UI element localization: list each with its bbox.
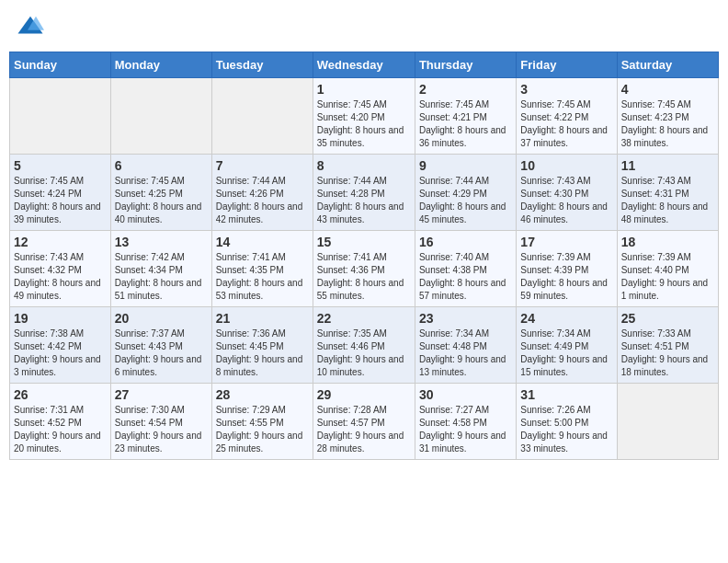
day-number: 2 bbox=[419, 82, 512, 97]
day-info: Sunrise: 7:43 AM Sunset: 4:31 PM Dayligh… bbox=[621, 175, 714, 226]
calendar-week-row: 19Sunrise: 7:38 AM Sunset: 4:42 PM Dayli… bbox=[10, 307, 719, 384]
day-info: Sunrise: 7:43 AM Sunset: 4:30 PM Dayligh… bbox=[520, 175, 612, 226]
calendar-cell: 11Sunrise: 7:43 AM Sunset: 4:31 PM Dayli… bbox=[617, 155, 718, 231]
calendar-cell bbox=[617, 384, 718, 460]
calendar-week-row: 1Sunrise: 7:45 AM Sunset: 4:20 PM Daylig… bbox=[10, 78, 719, 155]
calendar-cell: 19Sunrise: 7:38 AM Sunset: 4:42 PM Dayli… bbox=[10, 307, 111, 384]
calendar-cell: 21Sunrise: 7:36 AM Sunset: 4:45 PM Dayli… bbox=[211, 307, 313, 384]
day-number: 31 bbox=[520, 387, 612, 402]
day-info: Sunrise: 7:37 AM Sunset: 4:43 PM Dayligh… bbox=[115, 327, 208, 379]
calendar-cell: 24Sunrise: 7:34 AM Sunset: 4:49 PM Dayli… bbox=[517, 307, 617, 384]
day-number: 24 bbox=[520, 311, 612, 326]
day-number: 13 bbox=[115, 235, 208, 249]
day-info: Sunrise: 7:39 AM Sunset: 4:39 PM Dayligh… bbox=[520, 251, 612, 303]
day-header-monday: Monday bbox=[110, 52, 211, 78]
day-number: 25 bbox=[621, 311, 714, 326]
day-number: 14 bbox=[216, 235, 309, 249]
day-header-wednesday: Wednesday bbox=[313, 52, 415, 78]
calendar-cell: 14Sunrise: 7:41 AM Sunset: 4:35 PM Dayli… bbox=[211, 231, 313, 307]
calendar-cell: 10Sunrise: 7:43 AM Sunset: 4:30 PM Dayli… bbox=[517, 155, 617, 231]
day-info: Sunrise: 7:34 AM Sunset: 4:48 PM Dayligh… bbox=[419, 327, 512, 379]
day-number: 27 bbox=[115, 387, 208, 402]
day-number: 17 bbox=[520, 235, 612, 249]
day-number: 20 bbox=[115, 311, 208, 326]
day-header-saturday: Saturday bbox=[617, 52, 718, 78]
day-info: Sunrise: 7:44 AM Sunset: 4:26 PM Dayligh… bbox=[216, 175, 309, 226]
calendar-cell: 1Sunrise: 7:45 AM Sunset: 4:20 PM Daylig… bbox=[313, 78, 415, 155]
calendar-cell: 16Sunrise: 7:40 AM Sunset: 4:38 PM Dayli… bbox=[415, 231, 516, 307]
day-header-thursday: Thursday bbox=[415, 52, 516, 78]
day-info: Sunrise: 7:33 AM Sunset: 4:51 PM Dayligh… bbox=[621, 327, 714, 379]
day-info: Sunrise: 7:41 AM Sunset: 4:36 PM Dayligh… bbox=[317, 251, 411, 303]
day-info: Sunrise: 7:35 AM Sunset: 4:46 PM Dayligh… bbox=[317, 327, 411, 379]
calendar-cell: 29Sunrise: 7:28 AM Sunset: 4:57 PM Dayli… bbox=[313, 384, 415, 460]
day-info: Sunrise: 7:44 AM Sunset: 4:28 PM Dayligh… bbox=[317, 175, 411, 226]
calendar-cell: 17Sunrise: 7:39 AM Sunset: 4:39 PM Dayli… bbox=[517, 231, 617, 307]
day-info: Sunrise: 7:38 AM Sunset: 4:42 PM Dayligh… bbox=[14, 327, 107, 379]
day-info: Sunrise: 7:36 AM Sunset: 4:45 PM Dayligh… bbox=[216, 327, 309, 379]
calendar-cell: 25Sunrise: 7:33 AM Sunset: 4:51 PM Dayli… bbox=[617, 307, 718, 384]
day-info: Sunrise: 7:34 AM Sunset: 4:49 PM Dayligh… bbox=[520, 327, 612, 379]
calendar-week-row: 12Sunrise: 7:43 AM Sunset: 4:32 PM Dayli… bbox=[10, 231, 719, 307]
day-header-friday: Friday bbox=[517, 52, 617, 78]
day-number: 5 bbox=[14, 158, 107, 173]
day-number: 6 bbox=[115, 158, 208, 173]
day-info: Sunrise: 7:42 AM Sunset: 4:34 PM Dayligh… bbox=[115, 251, 208, 303]
calendar-cell: 31Sunrise: 7:26 AM Sunset: 5:00 PM Dayli… bbox=[517, 384, 617, 460]
day-info: Sunrise: 7:40 AM Sunset: 4:38 PM Dayligh… bbox=[419, 251, 512, 303]
calendar-cell bbox=[110, 78, 211, 155]
day-header-tuesday: Tuesday bbox=[211, 52, 313, 78]
calendar-cell bbox=[211, 78, 313, 155]
day-info: Sunrise: 7:45 AM Sunset: 4:24 PM Dayligh… bbox=[14, 175, 107, 226]
day-info: Sunrise: 7:31 AM Sunset: 4:52 PM Dayligh… bbox=[14, 404, 107, 455]
day-number: 21 bbox=[216, 311, 309, 326]
day-number: 8 bbox=[317, 158, 411, 173]
calendar-cell: 23Sunrise: 7:34 AM Sunset: 4:48 PM Dayli… bbox=[415, 307, 516, 384]
day-info: Sunrise: 7:45 AM Sunset: 4:21 PM Dayligh… bbox=[419, 98, 512, 150]
calendar: SundayMondayTuesdayWednesdayThursdayFrid… bbox=[9, 52, 719, 460]
day-info: Sunrise: 7:45 AM Sunset: 4:22 PM Dayligh… bbox=[520, 98, 612, 150]
day-number: 18 bbox=[621, 235, 714, 249]
day-number: 26 bbox=[14, 387, 107, 402]
day-number: 30 bbox=[419, 387, 512, 402]
day-info: Sunrise: 7:45 AM Sunset: 4:25 PM Dayligh… bbox=[115, 175, 208, 226]
day-number: 10 bbox=[520, 158, 612, 173]
day-info: Sunrise: 7:45 AM Sunset: 4:20 PM Dayligh… bbox=[317, 98, 411, 150]
calendar-cell: 26Sunrise: 7:31 AM Sunset: 4:52 PM Dayli… bbox=[10, 384, 111, 460]
day-info: Sunrise: 7:30 AM Sunset: 4:54 PM Dayligh… bbox=[115, 404, 208, 455]
calendar-cell: 20Sunrise: 7:37 AM Sunset: 4:43 PM Dayli… bbox=[110, 307, 211, 384]
calendar-cell: 18Sunrise: 7:39 AM Sunset: 4:40 PM Dayli… bbox=[617, 231, 718, 307]
day-info: Sunrise: 7:39 AM Sunset: 4:40 PM Dayligh… bbox=[621, 251, 714, 303]
logo-icon bbox=[17, 13, 44, 40]
calendar-week-row: 26Sunrise: 7:31 AM Sunset: 4:52 PM Dayli… bbox=[10, 384, 719, 460]
day-number: 4 bbox=[621, 82, 714, 97]
calendar-cell: 2Sunrise: 7:45 AM Sunset: 4:21 PM Daylig… bbox=[415, 78, 516, 155]
day-info: Sunrise: 7:45 AM Sunset: 4:23 PM Dayligh… bbox=[621, 98, 714, 150]
day-number: 3 bbox=[520, 82, 612, 97]
day-number: 9 bbox=[419, 158, 512, 173]
day-number: 22 bbox=[317, 311, 411, 326]
calendar-cell bbox=[10, 78, 111, 155]
calendar-header-row: SundayMondayTuesdayWednesdayThursdayFrid… bbox=[10, 52, 719, 78]
day-info: Sunrise: 7:28 AM Sunset: 4:57 PM Dayligh… bbox=[317, 404, 411, 455]
day-number: 1 bbox=[317, 82, 411, 97]
day-number: 23 bbox=[419, 311, 512, 326]
day-number: 7 bbox=[216, 158, 309, 173]
calendar-cell: 9Sunrise: 7:44 AM Sunset: 4:29 PM Daylig… bbox=[415, 155, 516, 231]
day-number: 16 bbox=[419, 235, 512, 249]
day-number: 11 bbox=[621, 158, 714, 173]
header bbox=[9, 9, 719, 44]
day-number: 28 bbox=[216, 387, 309, 402]
calendar-cell: 28Sunrise: 7:29 AM Sunset: 4:55 PM Dayli… bbox=[211, 384, 313, 460]
day-header-sunday: Sunday bbox=[10, 52, 111, 78]
day-info: Sunrise: 7:26 AM Sunset: 5:00 PM Dayligh… bbox=[520, 404, 612, 455]
day-info: Sunrise: 7:41 AM Sunset: 4:35 PM Dayligh… bbox=[216, 251, 309, 303]
calendar-cell: 12Sunrise: 7:43 AM Sunset: 4:32 PM Dayli… bbox=[10, 231, 111, 307]
calendar-cell: 27Sunrise: 7:30 AM Sunset: 4:54 PM Dayli… bbox=[110, 384, 211, 460]
day-info: Sunrise: 7:44 AM Sunset: 4:29 PM Dayligh… bbox=[419, 175, 512, 226]
calendar-cell: 15Sunrise: 7:41 AM Sunset: 4:36 PM Dayli… bbox=[313, 231, 415, 307]
day-number: 19 bbox=[14, 311, 107, 326]
calendar-cell: 30Sunrise: 7:27 AM Sunset: 4:58 PM Dayli… bbox=[415, 384, 516, 460]
day-info: Sunrise: 7:27 AM Sunset: 4:58 PM Dayligh… bbox=[419, 404, 512, 455]
calendar-cell: 7Sunrise: 7:44 AM Sunset: 4:26 PM Daylig… bbox=[211, 155, 313, 231]
